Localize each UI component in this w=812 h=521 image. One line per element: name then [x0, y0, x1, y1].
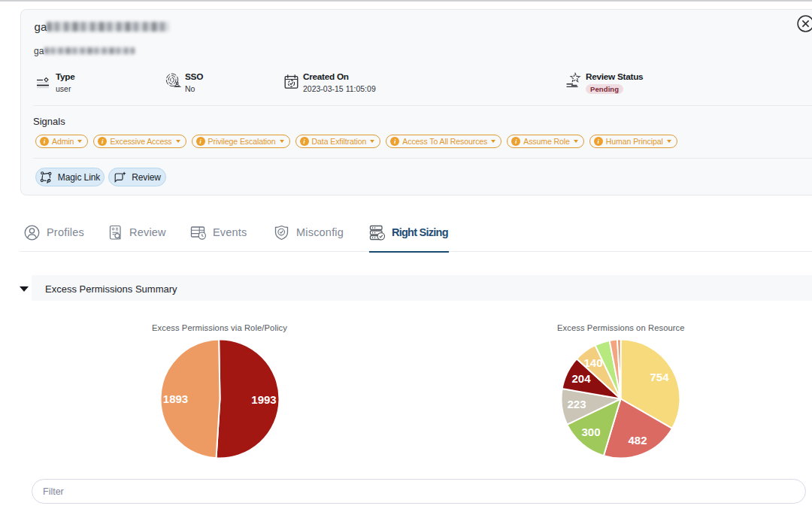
svg-text:754: 754: [650, 371, 669, 383]
svg-text:1993: 1993: [251, 393, 276, 406]
svg-text:204: 204: [571, 372, 591, 385]
svg-text:140: 140: [583, 356, 602, 369]
svg-text:300: 300: [581, 426, 600, 438]
svg-text:223: 223: [567, 398, 586, 410]
svg-text:1893: 1893: [163, 392, 188, 405]
svg-text:482: 482: [628, 434, 647, 447]
